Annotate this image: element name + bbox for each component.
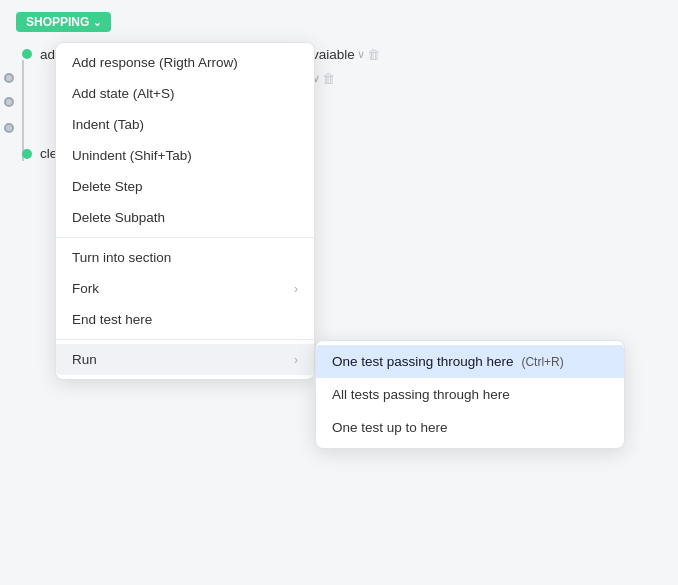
submenu-item-one-test-passing[interactable]: One test passing through here (Ctrl+R) [316,345,624,378]
one-test-passing-shortcut: (Ctrl+R) [521,355,563,369]
step-dot [22,149,32,159]
menu-item-fork[interactable]: Fork › [56,273,314,304]
run-label: Run [72,352,97,367]
response-chevron[interactable]: ∨ [357,48,365,61]
menu-divider-2 [56,339,314,340]
shopping-badge[interactable]: SHOPPING ⌄ [16,12,111,32]
step-dot [4,97,14,107]
menu-item-end-test-here[interactable]: End test here [56,304,314,335]
menu-item-add-state[interactable]: Add state (Alt+S) [56,78,314,109]
run-sub-arrow: › [294,353,298,367]
menu-item-add-response[interactable]: Add response (Rigth Arrow) [56,47,314,78]
menu-divider [56,237,314,238]
step-dot [4,73,14,83]
badge-label: SHOPPING [26,15,89,29]
context-menu: Add response (Rigth Arrow) Add state (Al… [55,42,315,380]
step-dot [4,123,14,133]
all-tests-passing-label: All tests passing through here [332,387,510,402]
menu-item-unindent[interactable]: Unindent (Shif+Tab) [56,140,314,171]
trash-icon[interactable]: 🗑 [367,47,380,62]
one-test-passing-label: One test passing through here [332,354,514,369]
step-dot [22,49,32,59]
menu-item-delete-step[interactable]: Delete Step [56,171,314,202]
submenu-item-all-tests-passing[interactable]: All tests passing through here [316,378,624,411]
menu-item-indent[interactable]: Indent (Tab) [56,109,314,140]
trash-icon[interactable]: 🗑 [322,71,335,86]
menu-item-delete-subpath[interactable]: Delete Subpath [56,202,314,233]
menu-item-run[interactable]: Run › [56,344,314,375]
one-test-up-to-label: One test up to here [332,420,448,435]
fork-label: Fork [72,281,99,296]
submenu: One test passing through here (Ctrl+R) A… [315,340,625,449]
fork-sub-arrow: › [294,282,298,296]
submenu-item-one-test-up-to[interactable]: One test up to here [316,411,624,444]
menu-item-turn-into-section[interactable]: Turn into section [56,242,314,273]
badge-chevron: ⌄ [93,17,101,28]
